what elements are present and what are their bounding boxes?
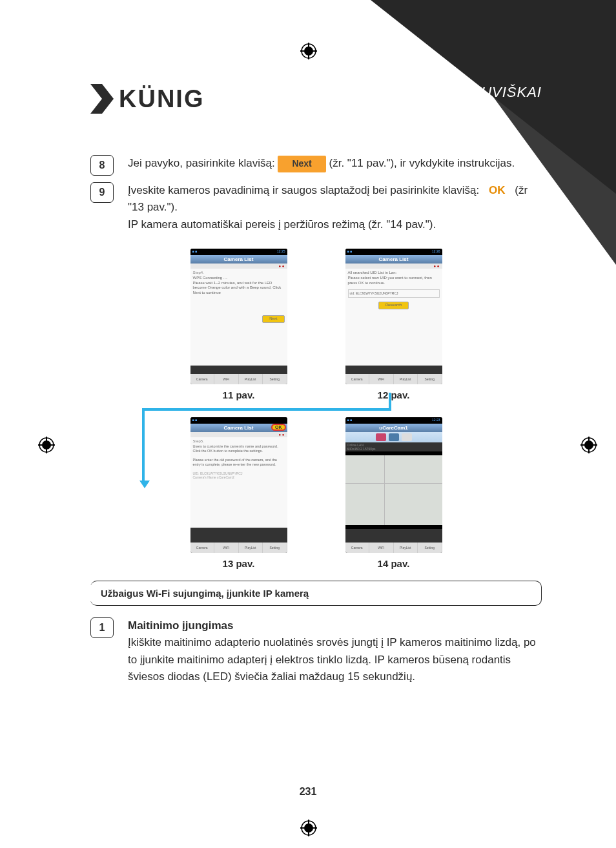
phone-screenshot-11: ■ ■12:25 Camera List ● ● Step4. WPS Conn… <box>190 249 287 384</box>
fig13-header: Camera List OK <box>190 424 287 432</box>
step-9-line2: IP kamera automatiškai pereis į peržiūro… <box>128 218 436 231</box>
phone-screenshot-13: ■ ■ Camera List OK ● ● Step5. Users to c… <box>190 417 287 553</box>
phone-screenshot-14: ■ ■12:23 uCareCam1 Online LAN 640x480 2 … <box>345 417 442 553</box>
registration-mark-left <box>38 437 55 453</box>
fig14-header: uCareCam1 <box>345 424 442 432</box>
fig11-header: Camera List <box>190 255 287 264</box>
figure-14-caption: 14 pav. <box>345 558 442 569</box>
brand-logo-mark <box>90 84 114 114</box>
figure-row-2: ■ ■ Camera List OK ● ● Step5. Users to c… <box>90 417 542 569</box>
svg-rect-3 <box>300 50 317 52</box>
phone-screenshot-12: ■ ■12:26 Camera List ● ● All searched UI… <box>345 249 442 384</box>
figure-11-caption: 11 pav. <box>190 389 287 400</box>
page-number: 231 <box>0 786 616 798</box>
brand-logo: KÜNIG <box>90 84 204 114</box>
figure-12-caption: 12 pav. <box>345 389 442 400</box>
svg-rect-7 <box>300 827 317 829</box>
figure-14: ■ ■12:23 uCareCam1 Online LAN 640x480 2 … <box>345 417 442 569</box>
registration-mark-top <box>300 43 317 59</box>
fig14-icon-2 <box>389 433 399 441</box>
next-button-inline: Next <box>278 156 325 172</box>
figure-11: ■ ■12:25 Camera List ● ● Step4. WPS Conn… <box>190 249 287 400</box>
fig12-header: Camera List <box>345 255 442 264</box>
figure-row-1: ■ ■12:25 Camera List ● ● Step4. WPS Conn… <box>90 249 542 400</box>
step-8-number: 8 <box>90 155 114 176</box>
section-1-title: Maitinimo įjungimas <box>128 617 542 634</box>
section-1-text: Įkiškite maitinimo adapterio nuolatinės … <box>128 634 542 685</box>
section-1-row: 1 Maitinimo įjungimas Įkiškite maitinimo… <box>90 617 542 685</box>
brand-logo-text: KÜNIG <box>119 85 204 113</box>
connector-vert-2 <box>142 408 145 483</box>
registration-mark-bottom <box>300 820 317 836</box>
section-1-number: 1 <box>90 617 114 638</box>
fig12-research-button: Research <box>378 302 409 309</box>
figure-13-caption: 13 pav. <box>190 558 287 569</box>
language-label: LIETUVIŠKAI <box>449 84 542 101</box>
fig14-video-preview <box>345 451 442 529</box>
step-8-text-a: Jei pavyko, pasirinkite klavišą: <box>128 157 278 169</box>
fig12-uid: uid: ELC91W7YKSU2UN6PYRCJ <box>348 289 440 298</box>
fig14-icon-1 <box>376 433 386 441</box>
svg-rect-11 <box>38 444 55 446</box>
figure-12: ■ ■12:26 Camera List ● ● All searched UI… <box>345 249 442 400</box>
section-1-body: Maitinimo įjungimas Įkiškite maitinimo a… <box>128 617 542 685</box>
page-body: 8 Jei pavyko, pasirinkite klavišą: Next … <box>90 155 542 692</box>
connector-arrowhead <box>139 481 150 488</box>
figure-13: ■ ■ Camera List OK ● ● Step5. Users to c… <box>190 417 287 569</box>
fig13-ok-button: OK <box>271 424 286 431</box>
registration-mark-right <box>580 437 597 453</box>
connector-horiz <box>142 408 391 411</box>
fig14-icon-3 <box>402 433 412 441</box>
wifi-callout: Užbaigus Wi-Fi sujungimą, įjunkite IP ka… <box>90 581 542 606</box>
fig11-next-button: Next <box>262 315 284 323</box>
svg-rect-15 <box>580 444 597 446</box>
step-9-number: 9 <box>90 182 114 203</box>
